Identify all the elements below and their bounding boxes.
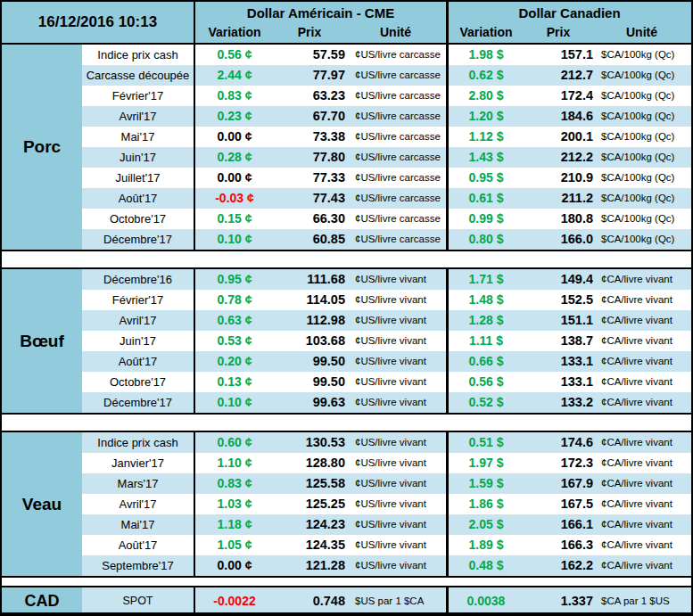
row-label: Février'17: [82, 86, 195, 106]
table-row: Décembre'170.10 ¢99.63¢US/livre vivant0.…: [82, 392, 691, 413]
row-label: Décembre'17: [82, 392, 195, 413]
ca-price: 172.3: [524, 453, 593, 473]
ca-variation: 0.99 $: [449, 209, 524, 229]
ca-values: 0.48 $162.2¢CA/livre vivant: [449, 555, 690, 576]
us-price: 124.35: [274, 535, 345, 555]
us-unit: ¢US/livre carcasse: [345, 106, 446, 127]
ca-values: 0.95 $210.9$CA/100kg (Qc): [449, 168, 690, 188]
us-values: 1.10 ¢128.80¢US/livre vivant: [195, 453, 449, 473]
us-values: 1.05 ¢124.35¢US/livre vivant: [195, 535, 449, 555]
ca-variation: 0.51 $: [449, 432, 524, 453]
us-values: 0.13 ¢99.50¢US/livre vivant: [195, 372, 449, 392]
row-label: Mars'17: [82, 473, 195, 494]
table-row: Indice prix cash0.56 ¢57.59¢US/livre car…: [82, 45, 691, 65]
section-rows: Indice prix cash0.60 ¢130.53¢US/livre vi…: [82, 432, 691, 576]
ca-variation: 0.52 $: [449, 392, 524, 413]
table-row: Indice prix cash0.60 ¢130.53¢US/livre vi…: [82, 432, 691, 453]
table-row-cad-spot: SPOT -0.0022 0.748 $US par 1 $CA 0.0038 …: [82, 587, 691, 614]
us-variation: 0.00 ¢: [195, 127, 274, 147]
table-row: Août'171.05 ¢124.35¢US/livre vivant1.89 …: [82, 535, 691, 555]
us-price: 0.748: [274, 587, 345, 614]
us-price: 73.38: [274, 127, 345, 147]
ca-values: 1.28 $151.1¢CA/livre vivant: [449, 310, 690, 331]
us-variation: -0.03 ¢: [195, 188, 274, 209]
us-price: 128.80: [274, 453, 345, 473]
row-label: Avril'17: [82, 310, 195, 331]
table-row: Août'170.20 ¢99.50¢US/livre vivant0.66 $…: [82, 351, 691, 372]
us-unit: ¢US/livre carcasse: [345, 86, 446, 106]
row-label: SPOT: [82, 587, 195, 614]
row-label: Juillet'17: [82, 168, 195, 188]
us-variation: 0.53 ¢: [195, 331, 274, 351]
us-variation: 0.20 ¢: [195, 351, 274, 372]
ca-unit: ¢CA/livre vivant: [593, 514, 690, 535]
row-label: Avril'17: [82, 494, 195, 514]
us-price: 124.23: [274, 514, 345, 535]
us-values: 2.44 ¢77.97¢US/livre carcasse: [195, 65, 449, 86]
ca-unit: $CA/100kg (Qc): [593, 188, 690, 209]
us-values: 0.00 ¢77.33¢US/livre carcasse: [195, 168, 449, 188]
section-rows: Indice prix cash0.56 ¢57.59¢US/livre car…: [82, 45, 691, 250]
table-row: Avril'170.23 ¢67.70¢US/livre carcasse1.2…: [82, 106, 691, 127]
ca-price: 152.5: [524, 290, 593, 310]
ca-variation: 1.98 $: [449, 45, 524, 65]
us-variation: 0.13 ¢: [195, 372, 274, 392]
row-label: Octobre'17: [82, 372, 195, 392]
us-price: 99.50: [274, 372, 345, 392]
ca-values: 1.20 $184.6$CA/100kg (Qc): [449, 106, 690, 127]
ca-unit: ¢CA/livre vivant: [593, 432, 690, 453]
ca-price: 211.2: [524, 188, 593, 209]
ca-variation: 1.12 $: [449, 127, 524, 147]
table-row: Juin'170.53 ¢103.68¢US/livre vivant1.11 …: [82, 331, 691, 351]
ca-variation: 0.66 $: [449, 351, 524, 372]
table-row: Mai'171.18 ¢124.23¢US/livre vivant2.05 $…: [82, 514, 691, 535]
row-label: Décembre'16: [82, 269, 195, 290]
us-values: 0.83 ¢125.58¢US/livre vivant: [195, 473, 449, 494]
ca-unit: ¢CA/livre vivant: [593, 473, 690, 494]
us-variation: 0.56 ¢: [195, 45, 274, 65]
section-label-porc: Porc: [2, 45, 82, 250]
us-unit: ¢US/livre vivant: [345, 392, 446, 413]
ca-variation: 0.95 $: [449, 168, 524, 188]
ca-price: 200.1: [524, 127, 593, 147]
us-price: 114.05: [274, 290, 345, 310]
us-price: 125.25: [274, 494, 345, 514]
ca-values: 1.48 $152.5¢CA/livre vivant: [449, 290, 690, 310]
us-values: -0.03 ¢77.43¢US/livre carcasse: [195, 188, 449, 209]
ca-unit: ¢CA/livre vivant: [593, 331, 690, 351]
row-label: Indice prix cash: [82, 432, 195, 453]
ca-variation: 1.28 $: [449, 310, 524, 331]
us-price: 77.33: [274, 168, 345, 188]
ca-price: 167.9: [524, 473, 593, 494]
us-dollar-header: Dollar Américain - CME Variation Prix Un…: [195, 2, 449, 43]
ca-values: 1.43 $212.2$CA/100kg (Qc): [449, 147, 690, 168]
column-header-prix: Prix: [274, 23, 345, 43]
row-label: Décembre'17: [82, 229, 195, 250]
table-row: Août'17-0.03 ¢77.43¢US/livre carcasse0.6…: [82, 188, 691, 209]
row-label: Avril'17: [82, 106, 195, 127]
us-price: 112.98: [274, 310, 345, 331]
ca-variation: 2.05 $: [449, 514, 524, 535]
section-rows: Décembre'160.95 ¢111.68¢US/livre vivant1…: [82, 269, 691, 413]
us-price: 125.58: [274, 473, 345, 494]
ca-section-title: Dollar Canadien: [449, 2, 690, 23]
us-price: 67.70: [274, 106, 345, 127]
us-unit: ¢US/livre vivant: [345, 514, 446, 535]
us-price: 130.53: [274, 432, 345, 453]
row-label: Septembre'17: [82, 555, 195, 576]
ca-values: 1.59 $167.9¢CA/livre vivant: [449, 473, 690, 494]
ca-variation: 0.61 $: [449, 188, 524, 209]
ca-unit: ¢CA/livre vivant: [593, 269, 690, 290]
ca-values: 2.80 $172.4$CA/100kg (Qc): [449, 86, 690, 106]
table-row: Mars'170.83 ¢125.58¢US/livre vivant1.59 …: [82, 473, 691, 494]
ca-price: 133.2: [524, 392, 593, 413]
us-values: 0.15 ¢66.30¢US/livre carcasse: [195, 209, 449, 229]
us-values: 1.18 ¢124.23¢US/livre vivant: [195, 514, 449, 535]
ca-values: 1.71 $149.4¢CA/livre vivant: [449, 269, 690, 290]
table-row: Juillet'170.00 ¢77.33¢US/livre carcasse0…: [82, 168, 691, 188]
us-unit: ¢US/livre vivant: [345, 310, 446, 331]
row-label: Février'17: [82, 290, 195, 310]
ca-price: 149.4: [524, 269, 593, 290]
ca-price: 210.9: [524, 168, 593, 188]
us-values: 0.63 ¢112.98¢US/livre vivant: [195, 310, 449, 331]
